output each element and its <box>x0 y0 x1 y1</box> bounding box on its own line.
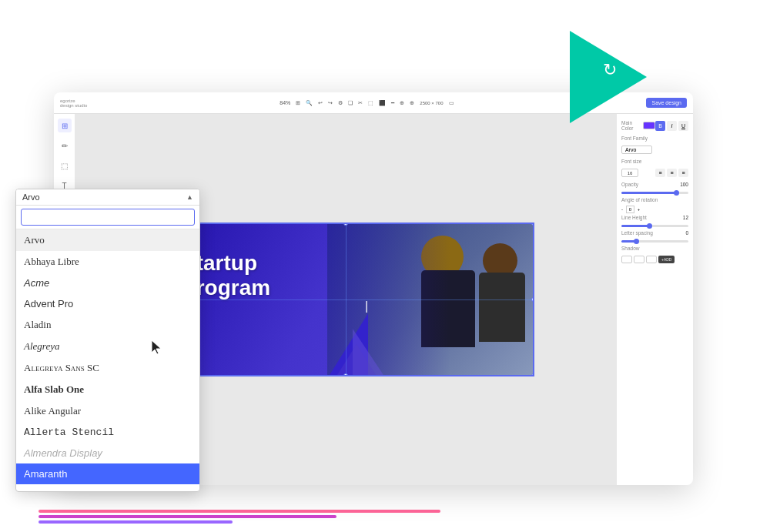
font-item-almendra[interactable]: Almendra Display <box>16 443 199 463</box>
italic-button[interactable]: I <box>667 121 677 131</box>
font-item-arvo[interactable]: Arvo <box>16 229 199 251</box>
align-right-button[interactable]: ≡ <box>678 169 688 177</box>
font-item-allerta[interactable]: Allerta Stencil <box>16 422 199 443</box>
sidebar-icon-grid[interactable]: ⊞ <box>58 119 72 132</box>
font-item-alegreya[interactable]: Alegreya <box>16 336 199 357</box>
letter-spacing-value: 0 <box>685 230 688 236</box>
font-item-advent[interactable]: Advent Pro <box>16 293 199 314</box>
sidebar-icon-shape[interactable]: ⬚ <box>58 159 72 172</box>
shadow-label: Shadow <box>621 246 640 251</box>
font-list: Arvo Abhaya Libre Acme Advent Pro Aladin… <box>16 229 199 491</box>
toolbar-icon-plus1[interactable]: ⊕ <box>398 99 406 107</box>
font-search-container <box>16 206 199 229</box>
toolbar-icon-line1[interactable]: ━ <box>390 99 396 107</box>
toolbar-icon-undo[interactable]: ↩ <box>316 99 324 107</box>
editor-right-panel: Main Color B I U Font Family Arvo Font s… <box>616 114 693 485</box>
align-center-button[interactable]: ≡ <box>667 169 677 177</box>
shadow-row-label: Shadow <box>621 246 688 251</box>
font-item-abhaya[interactable]: Abhaya Libre <box>16 251 199 273</box>
selection-handle-mr[interactable] <box>531 297 534 302</box>
font-size-controls-row: 16 ≡ ≡ ≡ <box>621 169 688 177</box>
font-search-input[interactable] <box>21 209 195 226</box>
shadow-y-input[interactable] <box>634 256 644 263</box>
banner-text-cursor: | <box>365 299 368 313</box>
toolbar-icon-cut[interactable]: ✂ <box>357 99 364 107</box>
underline-button[interactable]: U <box>678 121 688 131</box>
font-item-alegreya-sc[interactable]: Alegreya Sans SC <box>16 357 199 379</box>
opacity-slider-thumb[interactable] <box>674 190 679 196</box>
font-dropdown-current: Arvo <box>22 192 183 202</box>
font-item-alfa[interactable]: Alfa Slab One <box>16 379 199 400</box>
angle-row: Angle of rotation <box>621 197 688 202</box>
toolbar-icon-fill[interactable]: ⬛ <box>377 99 387 107</box>
app-subtitle: design studio <box>60 103 87 108</box>
toolbar-icon-plus2[interactable]: ⊕ <box>408 99 416 107</box>
opacity-row: Opacity 100 <box>621 182 688 187</box>
selection-handle-tr[interactable] <box>531 223 534 226</box>
toolbar-icon-zoom[interactable]: 🔍 <box>304 99 314 107</box>
stripe-1 <box>38 510 440 513</box>
banner-triangle-3 <box>337 344 376 375</box>
font-family-select[interactable]: Arvo <box>621 146 652 154</box>
shadow-add-button[interactable]: +ADD <box>658 256 675 263</box>
play-arrow-decoration: ↻ <box>554 23 662 131</box>
svg-text:↻: ↻ <box>603 60 617 79</box>
font-size-row: Font size <box>621 159 688 164</box>
font-family-label: Font Family <box>621 136 648 141</box>
font-item-amiko[interactable]: Amiko <box>16 484 199 491</box>
opacity-value: 100 <box>680 182 688 187</box>
app-logo: egorize design studio <box>60 99 87 108</box>
line-height-value: 12 <box>683 215 688 220</box>
selection-handle-br[interactable] <box>531 373 534 376</box>
align-left-button[interactable]: ≡ <box>655 169 665 177</box>
font-item-acme[interactable]: Acme <box>16 273 199 293</box>
line-height-row: Line Height 12 <box>621 215 688 220</box>
toolbar-percent: 84% <box>278 99 292 106</box>
sidebar-icon-pen[interactable]: ✏ <box>58 139 72 152</box>
line-height-label: Line Height <box>621 215 647 220</box>
align-buttons: ≡ ≡ ≡ <box>655 169 688 177</box>
selection-handle-bm[interactable] <box>343 373 348 376</box>
line-height-slider[interactable] <box>621 225 688 227</box>
angle-value: - 0 + <box>621 207 688 212</box>
font-dropdown-chevron: ▲ <box>186 193 193 201</box>
font-family-dropdown[interactable]: Arvo ▲ Arvo Abhaya Libre Acme Advent Pro… <box>15 189 200 492</box>
font-item-alike[interactable]: Alike Angular <box>16 400 199 422</box>
letter-spacing-label: Letter spacing <box>621 230 653 236</box>
opacity-label: Opacity <box>621 182 638 187</box>
shadow-blur-input[interactable] <box>646 256 657 263</box>
toolbar-icon-screen[interactable]: ▭ <box>447 99 456 107</box>
toolbar-icon-settings[interactable]: ⚙ <box>336 99 344 107</box>
shadow-x-input[interactable] <box>621 256 632 263</box>
toolbar-icon-grid[interactable]: ⊞ <box>294 99 302 107</box>
font-family-value-row: Arvo <box>621 146 688 154</box>
shadow-controls: +ADD <box>621 256 688 263</box>
font-item-aladin[interactable]: Aladin <box>16 314 199 336</box>
angle-label: Angle of rotation <box>621 197 658 202</box>
toolbar-icon-redo[interactable]: ↪ <box>326 99 334 107</box>
line-height-slider-thumb[interactable] <box>647 223 652 229</box>
font-dropdown-header: Arvo ▲ <box>16 189 199 206</box>
font-item-amaranth[interactable]: Amaranth <box>16 463 199 484</box>
stripe-3 <box>38 520 233 524</box>
letter-spacing-slider[interactable] <box>621 240 688 243</box>
angle-input[interactable]: 0 <box>626 206 634 213</box>
font-size-label: Font size <box>621 159 641 164</box>
font-size-input[interactable]: 16 <box>621 169 638 177</box>
letter-spacing-row: Letter spacing 0 <box>621 230 688 236</box>
opacity-slider[interactable] <box>621 192 688 194</box>
stripe-2 <box>38 515 336 518</box>
banner-element[interactable]: Startup Program | <box>157 223 534 376</box>
toolbar-icon-copy[interactable]: ❏ <box>346 99 354 107</box>
toolbar-icon-frame[interactable]: ⬚ <box>367 99 375 107</box>
bottom-stripes-decoration <box>38 510 732 526</box>
letter-spacing-slider-thumb[interactable] <box>634 239 639 244</box>
font-family-row: Font Family <box>621 136 688 141</box>
toolbar-size: 2500 × 700 <box>418 100 444 106</box>
